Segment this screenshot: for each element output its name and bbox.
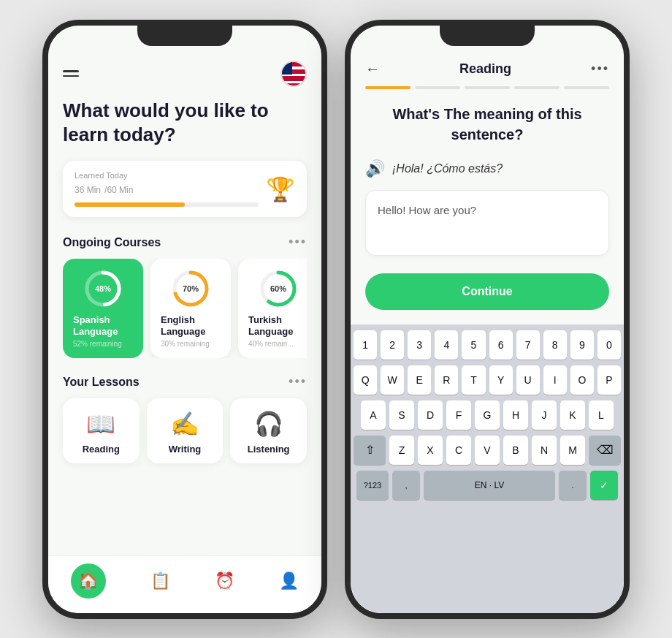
progress-seg-5 bbox=[564, 86, 609, 89]
key-g[interactable]: G bbox=[475, 400, 500, 430]
key-m[interactable]: M bbox=[560, 436, 585, 465]
key-confirm[interactable]: ✓ bbox=[590, 471, 618, 500]
key-a[interactable]: A bbox=[361, 400, 386, 430]
key-j[interactable]: J bbox=[532, 400, 557, 430]
right-screen: ← Reading ••• What's The meaning of this… bbox=[351, 26, 624, 613]
bottom-nav: 🏠 📋 ⏰ 👤 bbox=[48, 555, 321, 613]
progress-seg-2 bbox=[415, 86, 460, 89]
key-9[interactable]: 9 bbox=[570, 330, 594, 360]
nav-profile[interactable]: 👤 bbox=[279, 571, 299, 590]
profile-icon: 👤 bbox=[279, 571, 299, 590]
nav-alarm[interactable]: ⏰ bbox=[215, 571, 234, 590]
key-b[interactable]: B bbox=[503, 436, 528, 465]
key-k[interactable]: K bbox=[560, 400, 585, 430]
key-5[interactable]: 5 bbox=[462, 330, 485, 360]
question-text: What's The meaning of this sentence? bbox=[365, 104, 609, 145]
course-name-turkish: Turkish Language bbox=[248, 314, 307, 337]
key-r[interactable]: R bbox=[435, 365, 458, 395]
listening-icon: 🎧 bbox=[254, 410, 283, 438]
left-header bbox=[63, 61, 307, 87]
course-name-english: English Language bbox=[161, 314, 221, 337]
key-z[interactable]: Z bbox=[389, 436, 414, 465]
key-x[interactable]: X bbox=[418, 436, 443, 465]
answer-box: Hello! How are you? bbox=[365, 190, 609, 256]
donut-label-spanish: 48% bbox=[95, 284, 111, 293]
key-4[interactable]: 4 bbox=[435, 330, 458, 360]
course-card-turkish[interactable]: 60% Turkish Language 40% remain... bbox=[238, 259, 307, 358]
keyboard-row-numbers: 1 2 3 4 5 6 7 8 9 0 bbox=[354, 330, 621, 360]
menu-button[interactable] bbox=[63, 70, 79, 77]
nav-home[interactable]: 🏠 bbox=[71, 563, 106, 599]
keyboard-row-qwerty: Q W E R T Y U I O P bbox=[354, 365, 621, 395]
question-section: What's The meaning of this sentence? 🔊 ¡… bbox=[351, 104, 624, 273]
donut-spanish: 48% bbox=[83, 269, 123, 308]
writing-icon: ✍️ bbox=[170, 410, 199, 438]
course-card-spanish[interactable]: 48% Spanish Language 52% remaining bbox=[63, 259, 143, 358]
key-p[interactable]: P bbox=[597, 365, 621, 395]
key-i[interactable]: I bbox=[543, 365, 567, 395]
key-7[interactable]: 7 bbox=[516, 330, 540, 360]
lesson-name-reading: Reading bbox=[83, 444, 120, 455]
key-8[interactable]: 8 bbox=[543, 330, 567, 360]
key-h[interactable]: H bbox=[503, 400, 528, 430]
home-icon: 🏠 bbox=[71, 563, 106, 599]
lesson-name-listening: Listening bbox=[248, 444, 290, 455]
key-t[interactable]: T bbox=[462, 365, 485, 395]
courses-more-button[interactable]: ••• bbox=[289, 235, 307, 250]
donut-wrap-spanish: 48% bbox=[73, 269, 133, 308]
left-screen: What would you like to learn today? Lear… bbox=[48, 26, 321, 613]
keyboard: 1 2 3 4 5 6 7 8 9 0 Q W E R T Y U I bbox=[351, 324, 624, 613]
key-2[interactable]: 2 bbox=[381, 330, 404, 360]
course-name-spanish: Spanish Language bbox=[73, 314, 133, 337]
key-y[interactable]: Y bbox=[489, 365, 513, 395]
key-q[interactable]: Q bbox=[354, 365, 377, 395]
key-3[interactable]: 3 bbox=[408, 330, 431, 360]
key-numbers-switch[interactable]: ?123 bbox=[356, 471, 389, 500]
key-comma[interactable]: , bbox=[392, 471, 420, 500]
lessons-section-header: Your Lessons ••• bbox=[63, 374, 307, 390]
course-remaining-english: 30% remaining bbox=[161, 340, 221, 348]
lesson-card-reading[interactable]: 📖 Reading bbox=[63, 398, 140, 463]
key-c[interactable]: C bbox=[446, 436, 471, 465]
lesson-card-listening[interactable]: 🎧 Listening bbox=[230, 398, 307, 463]
progress-card: Learned Today 36 Min /60 Min 🏆 bbox=[63, 161, 307, 217]
key-l[interactable]: L bbox=[589, 400, 614, 430]
key-u[interactable]: U bbox=[516, 365, 540, 395]
lessons-more-button[interactable]: ••• bbox=[289, 374, 307, 390]
key-e[interactable]: E bbox=[408, 365, 431, 395]
language-flag[interactable] bbox=[280, 61, 307, 87]
progress-segments bbox=[351, 86, 624, 104]
audio-line: 🔊 ¡Hola! ¿Cómo estás? bbox=[365, 159, 609, 178]
courses-section-header: Ongoing Courses ••• bbox=[63, 235, 307, 250]
more-options-button[interactable]: ••• bbox=[591, 61, 609, 77]
continue-button[interactable]: Continue bbox=[365, 273, 609, 310]
delete-key[interactable]: ⌫ bbox=[589, 436, 621, 465]
key-d[interactable]: D bbox=[418, 400, 443, 430]
shift-key[interactable]: ⇧ bbox=[354, 436, 386, 465]
right-phone: ← Reading ••• What's The meaning of this… bbox=[345, 20, 630, 619]
key-w[interactable]: W bbox=[381, 365, 404, 395]
back-button[interactable]: ← bbox=[365, 61, 380, 77]
progress-time: 36 Min /60 Min bbox=[75, 181, 259, 197]
nav-list[interactable]: 📋 bbox=[150, 571, 170, 590]
courses-row: 48% Spanish Language 52% remaining 70% bbox=[63, 259, 307, 358]
key-6[interactable]: 6 bbox=[489, 330, 513, 360]
course-card-english[interactable]: 70% English Language 30% remaining bbox=[150, 259, 231, 358]
key-1[interactable]: 1 bbox=[354, 330, 377, 360]
key-v[interactable]: V bbox=[475, 436, 500, 465]
donut-wrap-turkish: 60% bbox=[248, 269, 307, 308]
key-f[interactable]: F bbox=[446, 400, 471, 430]
speaker-icon[interactable]: 🔊 bbox=[365, 159, 385, 178]
lesson-card-writing[interactable]: ✍️ Writing bbox=[147, 398, 224, 463]
key-n[interactable]: N bbox=[532, 436, 557, 465]
key-space-lang[interactable]: EN · LV bbox=[424, 471, 555, 500]
page-title: Reading bbox=[459, 61, 511, 77]
us-flag-icon bbox=[282, 62, 305, 86]
key-0[interactable]: 0 bbox=[597, 330, 621, 360]
trophy-icon: 🏆 bbox=[266, 175, 295, 203]
donut-label-turkish: 60% bbox=[270, 284, 286, 293]
alarm-icon: ⏰ bbox=[215, 571, 234, 590]
key-o[interactable]: O bbox=[570, 365, 594, 395]
key-period[interactable]: . bbox=[559, 471, 587, 500]
key-s[interactable]: S bbox=[389, 400, 414, 430]
